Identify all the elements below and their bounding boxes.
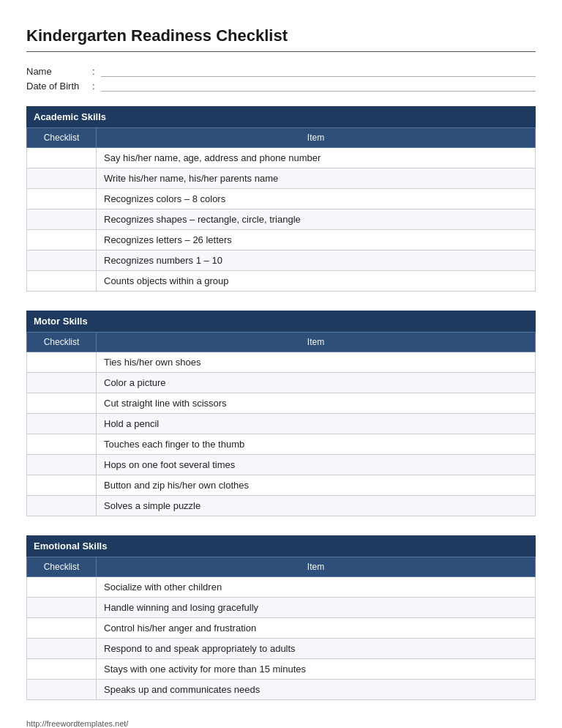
footer-url: http://freewordtemplates.net/ [26, 719, 536, 728]
table-row: Solves a simple puzzle [27, 496, 536, 516]
checklist-cell-academic-4[interactable] [27, 230, 97, 250]
item-cell-motor-3: Hold a pencil [97, 414, 536, 434]
checklist-cell-motor-5[interactable] [27, 455, 97, 475]
item-cell-academic-4: Recognizes letters – 26 letters [97, 230, 536, 250]
col-checklist-motor: Checklist [27, 333, 97, 352]
checklist-cell-motor-2[interactable] [27, 393, 97, 414]
checklist-cell-emotional-2[interactable] [27, 618, 97, 639]
item-cell-emotional-5: Speaks up and communicates needs [97, 680, 536, 700]
checklist-cell-motor-1[interactable] [27, 373, 97, 393]
checklist-cell-motor-3[interactable] [27, 414, 97, 434]
checklist-cell-motor-6[interactable] [27, 475, 97, 496]
item-cell-academic-2: Recognizes colors – 8 colors [97, 189, 536, 209]
dob-value[interactable] [101, 80, 536, 92]
info-section: Name : Date of Birth : [26, 65, 536, 92]
table-row: Recognizes letters – 26 letters [27, 230, 536, 250]
col-checklist-academic: Checklist [27, 128, 97, 148]
table-row: Say his/her name, age, address and phone… [27, 148, 536, 168]
col-checklist-emotional: Checklist [27, 557, 97, 577]
item-cell-motor-6: Button and zip his/her own clothes [97, 475, 536, 496]
table-row: Socialize with other children [27, 577, 536, 598]
item-cell-academic-3: Recognizes shapes – rectangle, circle, t… [97, 209, 536, 230]
checklist-cell-emotional-0[interactable] [27, 577, 97, 598]
checklist-cell-motor-0[interactable] [27, 352, 97, 373]
col-item-motor: Item [97, 333, 536, 352]
item-cell-motor-5: Hops on one foot several times [97, 455, 536, 475]
title-divider [26, 51, 536, 52]
table-row: Hops on one foot several times [27, 455, 536, 475]
table-row: Recognizes shapes – rectangle, circle, t… [27, 209, 536, 230]
item-cell-emotional-4: Stays with one activity for more than 15… [97, 659, 536, 680]
table-row: Respond to and speak appropriately to ad… [27, 639, 536, 659]
item-cell-motor-4: Touches each finger to the thumb [97, 434, 536, 455]
page-title: Kindergarten Readiness Checklist [26, 26, 536, 45]
checklist-cell-emotional-3[interactable] [27, 639, 97, 659]
checklist-cell-motor-4[interactable] [27, 434, 97, 455]
table-row: Recognizes numbers 1 – 10 [27, 250, 536, 271]
section-emotional: Emotional SkillsChecklistItemSocialize w… [26, 535, 536, 700]
item-cell-academic-0: Say his/her name, age, address and phone… [97, 148, 536, 168]
item-cell-motor-0: Ties his/her own shoes [97, 352, 536, 373]
checklist-cell-academic-5[interactable] [27, 250, 97, 271]
item-cell-emotional-0: Socialize with other children [97, 577, 536, 598]
section-header-academic: Academic Skills [26, 106, 536, 127]
table-row: Recognizes colors – 8 colors [27, 189, 536, 209]
table-motor: ChecklistItemTies his/her own shoesColor… [26, 332, 536, 516]
checklist-cell-academic-2[interactable] [27, 189, 97, 209]
checklist-cell-emotional-1[interactable] [27, 598, 97, 618]
table-row: Ties his/her own shoes [27, 352, 536, 373]
item-cell-emotional-3: Respond to and speak appropriately to ad… [97, 639, 536, 659]
table-row: Control his/her anger and frustration [27, 618, 536, 639]
table-row: Cut straight line with scissors [27, 393, 536, 414]
section-academic: Academic SkillsChecklistItemSay his/her … [26, 106, 536, 291]
table-row: Button and zip his/her own clothes [27, 475, 536, 496]
dob-label: Date of Birth [26, 81, 92, 92]
table-row: Touches each finger to the thumb [27, 434, 536, 455]
checklist-cell-emotional-4[interactable] [27, 659, 97, 680]
table-emotional: ChecklistItemSocialize with other childr… [26, 557, 536, 700]
name-label: Name [26, 66, 92, 77]
dob-row: Date of Birth : [26, 80, 536, 92]
section-motor: Motor SkillsChecklistItemTies his/her ow… [26, 311, 536, 516]
col-item-academic: Item [97, 128, 536, 148]
dob-colon: : [92, 81, 95, 92]
name-row: Name : [26, 65, 536, 77]
table-row: Counts objects within a group [27, 271, 536, 291]
item-cell-motor-1: Color a picture [97, 373, 536, 393]
item-cell-emotional-1: Handle winning and losing gracefully [97, 598, 536, 618]
checklist-cell-motor-7[interactable] [27, 496, 97, 516]
item-cell-motor-2: Cut straight line with scissors [97, 393, 536, 414]
checklist-cell-academic-1[interactable] [27, 168, 97, 189]
table-row: Speaks up and communicates needs [27, 680, 536, 700]
item-cell-emotional-2: Control his/her anger and frustration [97, 618, 536, 639]
sections-container: Academic SkillsChecklistItemSay his/her … [26, 106, 536, 700]
checklist-cell-academic-0[interactable] [27, 148, 97, 168]
name-colon: : [92, 66, 95, 77]
item-cell-motor-7: Solves a simple puzzle [97, 496, 536, 516]
table-row: Handle winning and losing gracefully [27, 598, 536, 618]
section-header-motor: Motor Skills [26, 311, 536, 332]
item-cell-academic-1: Write his/her name, his/her parents name [97, 168, 536, 189]
table-academic: ChecklistItemSay his/her name, age, addr… [26, 127, 536, 291]
checklist-cell-emotional-5[interactable] [27, 680, 97, 700]
col-item-emotional: Item [97, 557, 536, 577]
table-row: Stays with one activity for more than 15… [27, 659, 536, 680]
table-row: Color a picture [27, 373, 536, 393]
table-row: Hold a pencil [27, 414, 536, 434]
checklist-cell-academic-3[interactable] [27, 209, 97, 230]
name-value[interactable] [101, 65, 536, 77]
item-cell-academic-5: Recognizes numbers 1 – 10 [97, 250, 536, 271]
checklist-cell-academic-6[interactable] [27, 271, 97, 291]
section-header-emotional: Emotional Skills [26, 535, 536, 557]
table-row: Write his/her name, his/her parents name [27, 168, 536, 189]
item-cell-academic-6: Counts objects within a group [97, 271, 536, 291]
